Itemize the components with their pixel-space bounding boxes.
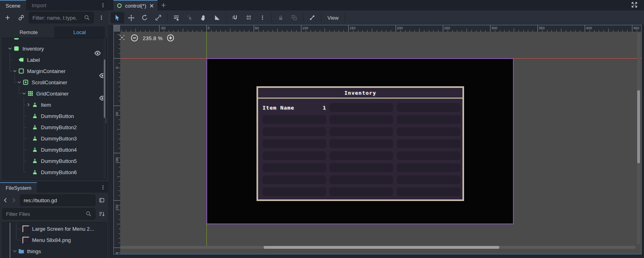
tab-scene[interactable]: Scene bbox=[0, 0, 26, 10]
group-icon[interactable] bbox=[287, 12, 301, 23]
filesystem-tree[interactable]: Large Screen for Menu 2...Menu 58x84.png… bbox=[2, 222, 107, 258]
select-tool-icon[interactable] bbox=[111, 12, 124, 23]
scale-tool-icon[interactable] bbox=[151, 12, 165, 23]
filesystem-menu-dots-icon[interactable] bbox=[99, 183, 107, 191]
tree-row[interactable]: DummyButton3 bbox=[3, 133, 107, 144]
inventory-empty-slot bbox=[397, 187, 460, 196]
button-node-icon bbox=[32, 135, 38, 142]
tree-node-label: DummyButton3 bbox=[41, 136, 77, 142]
tree-collapse-icon[interactable] bbox=[7, 45, 13, 52]
inventory-title-separator bbox=[258, 98, 462, 99]
tree-row[interactable]: DummyButton6 bbox=[3, 167, 107, 178]
tree-node-label: MarginContainer bbox=[27, 68, 66, 74]
tree-row[interactable]: DummyButton2 bbox=[3, 122, 107, 133]
split-mode-icon[interactable] bbox=[98, 195, 106, 205]
add-node-button[interactable] bbox=[2, 12, 13, 23]
label-node-icon bbox=[18, 57, 24, 63]
tree-node-label: DummyButton2 bbox=[41, 124, 77, 130]
tree-row[interactable]: MarginContainer bbox=[3, 65, 107, 77]
zoom-controls: 235.8 % bbox=[119, 34, 175, 42]
filesystem-nav: res://button.gd bbox=[0, 194, 108, 206]
tree-row[interactable] bbox=[3, 38, 107, 43]
tab-filesystem[interactable]: FileSystem bbox=[0, 182, 37, 193]
view-menu-button[interactable]: View bbox=[323, 12, 343, 23]
remote-local-toggle: Remote Local bbox=[3, 26, 105, 38]
list-select-tool-icon[interactable] bbox=[170, 12, 183, 23]
item-qty-text: 1 bbox=[323, 105, 326, 111]
tree-node-label: Inventory bbox=[22, 46, 44, 52]
scene-tab-control[interactable]: control(*) bbox=[113, 0, 157, 10]
colorrect-node-icon bbox=[13, 45, 20, 52]
bone-icon[interactable] bbox=[305, 12, 319, 23]
button-node-icon bbox=[32, 146, 38, 153]
tree-node-label: DummyButton bbox=[41, 113, 74, 119]
fullscreen-icon[interactable] bbox=[631, 2, 639, 10]
tree-row[interactable]: GridContainer bbox=[3, 88, 107, 99]
scene-filter-input[interactable]: Filter: name, t:type, bbox=[29, 12, 94, 23]
sort-files-icon[interactable] bbox=[98, 209, 106, 219]
local-button[interactable]: Local bbox=[54, 26, 105, 38]
tree-row[interactable]: Inventory bbox=[3, 43, 107, 54]
new-scene-tab-button[interactable] bbox=[157, 0, 170, 10]
scene-dock-menu-dots-icon[interactable] bbox=[99, 1, 107, 9]
scene-tree-menu-dots-icon[interactable] bbox=[96, 12, 107, 23]
rotate-tool-icon[interactable] bbox=[138, 12, 151, 23]
inventory-empty-slot bbox=[397, 127, 460, 136]
horizontal-ruler[interactable]: -50050100150200250300350400450 bbox=[120, 25, 641, 32]
zoom-in-icon[interactable] bbox=[167, 34, 175, 42]
inventory-item-slot: Item Name1 bbox=[262, 103, 326, 112]
inventory-empty-slot bbox=[329, 163, 393, 172]
zoom-out-icon[interactable] bbox=[131, 34, 139, 42]
remote-button[interactable]: Remote bbox=[3, 26, 54, 38]
inventory-empty-slot bbox=[329, 187, 393, 196]
vertical-ruler[interactable]: 050100150200 bbox=[114, 32, 120, 254]
menu-dots-icon[interactable] bbox=[256, 12, 269, 23]
file-filter-placeholder: Filter Files bbox=[6, 211, 83, 217]
tree-node-label: GridContainer bbox=[36, 91, 69, 97]
tree-row[interactable]: DummyButton4 bbox=[3, 144, 107, 155]
path-field[interactable]: res://button.gd bbox=[20, 195, 95, 206]
file-row[interactable]: things bbox=[3, 246, 107, 257]
canvas-area: Inventory Item Name1 -500501001502002503… bbox=[113, 25, 642, 254]
tree-row[interactable]: DummyButton5 bbox=[3, 155, 107, 167]
canvas-hscrollbar[interactable] bbox=[120, 246, 636, 249]
back-icon[interactable] bbox=[2, 195, 10, 205]
tree-row[interactable]: Label bbox=[3, 54, 107, 65]
lock-icon[interactable] bbox=[274, 12, 287, 23]
inventory-panel: Inventory Item Name1 bbox=[256, 86, 464, 201]
inventory-empty-slot bbox=[329, 115, 393, 124]
left-dock-column: Scene Import Filter: name, t:type, Remot… bbox=[0, 0, 108, 258]
grid-node-icon bbox=[27, 90, 34, 97]
filesystem-tabbar: FileSystem bbox=[0, 182, 108, 193]
image-thumbnail-icon bbox=[22, 225, 29, 232]
scene-tree-scrollbar[interactable] bbox=[103, 39, 106, 179]
toolbar-separator bbox=[345, 13, 345, 22]
ruler-tool-icon[interactable] bbox=[210, 12, 224, 23]
inventory-empty-slot bbox=[397, 151, 460, 160]
inventory-empty-slot bbox=[397, 139, 460, 148]
inventory-empty-slot bbox=[329, 139, 393, 148]
zoom-percent[interactable]: 235.8 % bbox=[143, 35, 163, 41]
pan-tool-icon[interactable] bbox=[197, 12, 210, 23]
tab-import[interactable]: Import bbox=[26, 0, 52, 10]
canvas-vscrollbar[interactable] bbox=[637, 33, 640, 244]
tree-row[interactable]: Item bbox=[3, 99, 107, 110]
toolbar-separator bbox=[303, 13, 303, 22]
tree-row[interactable]: DummyButton bbox=[3, 110, 107, 122]
click-select-tool-icon[interactable] bbox=[183, 12, 197, 23]
instance-scene-link-icon[interactable] bbox=[16, 12, 26, 23]
button-node-icon bbox=[32, 158, 38, 164]
inventory-empty-slot bbox=[329, 151, 393, 160]
move-tool-icon[interactable] bbox=[124, 12, 138, 23]
center-view-icon[interactable] bbox=[119, 34, 127, 42]
tree-row[interactable]: ScrollContainer bbox=[3, 77, 107, 88]
2d-viewport[interactable]: Inventory Item Name1 -500501001502002503… bbox=[114, 25, 641, 254]
file-filter-input[interactable]: Filter Files bbox=[2, 208, 95, 219]
inventory-empty-slot bbox=[262, 115, 326, 124]
inventory-empty-slot bbox=[397, 115, 460, 124]
scene-tree[interactable]: InventoryLabelMarginContainerScrollConta… bbox=[2, 38, 107, 180]
forward-icon[interactable] bbox=[10, 195, 18, 205]
snap-grid-icon[interactable] bbox=[242, 12, 256, 23]
snap-magnet-icon[interactable] bbox=[228, 12, 242, 23]
button-node-icon bbox=[32, 169, 38, 175]
